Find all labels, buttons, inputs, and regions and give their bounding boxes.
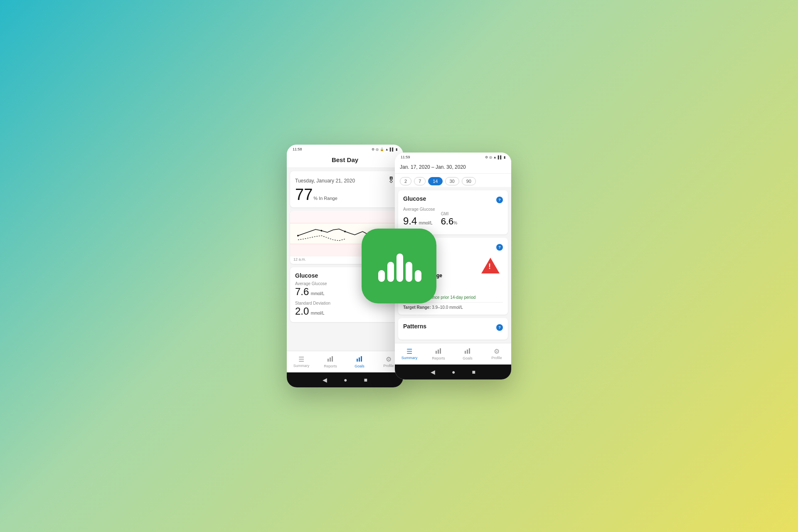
left-bottom-nav: ☰ Summary Reports Goals ⚙ Profile	[287, 351, 403, 372]
period-pills: 2 7 14 30 90	[395, 174, 511, 187]
svg-rect-0	[290, 211, 400, 223]
pill-30[interactable]: 30	[445, 177, 459, 185]
profile-icon-left: ⚙	[386, 356, 392, 363]
right-location-icon: ◎	[489, 155, 492, 159]
glucose-card-right: Glucose ? Average Glucose 9.4 mmol/L GMI…	[398, 190, 508, 234]
avg-unit-right: mmol/L	[419, 221, 433, 225]
chart-time-start: 12 a.m.	[293, 257, 306, 261]
app-icon	[362, 229, 436, 303]
svg-rect-10	[330, 357, 331, 362]
recent-btn-right[interactable]: ■	[472, 369, 475, 375]
profile-icon-right: ⚙	[494, 348, 500, 355]
nav-reports-right[interactable]: Reports	[424, 343, 453, 365]
svg-rect-14	[361, 356, 362, 362]
pill-2[interactable]: 2	[400, 177, 411, 185]
svg-rect-23	[465, 351, 466, 354]
home-btn-left[interactable]: ●	[344, 377, 347, 383]
svg-rect-24	[467, 350, 468, 354]
svg-rect-9	[328, 359, 329, 362]
target-value: 3.9–10.0 mmol/L	[432, 305, 463, 310]
wifi-icon: ▲	[385, 148, 389, 151]
svg-rect-20	[436, 351, 437, 354]
pill-7[interactable]: 7	[414, 177, 426, 185]
svg-rect-25	[469, 348, 470, 354]
date-range-text: Jan. 17, 2020 – Jan. 30, 2020	[400, 164, 466, 170]
nav-reports-label-right: Reports	[432, 356, 445, 360]
list-icon-left: ☰	[298, 356, 304, 363]
nav-summary-left[interactable]: ☰ Summary	[287, 351, 316, 372]
glucose-info-btn[interactable]: ?	[496, 197, 503, 203]
avg-value-right: 9.4	[403, 215, 417, 227]
patterns-card: Patterns ?	[398, 318, 508, 340]
in-range-unit: % In Range	[313, 196, 337, 201]
pill-14[interactable]: 14	[428, 177, 442, 185]
list-icon-right: ☰	[406, 348, 412, 355]
left-app-header: Best Day	[287, 153, 403, 168]
left-header-title: Best Day	[332, 156, 358, 163]
warning-triangle-icon	[481, 258, 500, 273]
nav-profile-label-left: Profile	[383, 364, 394, 368]
battery-icon: ▮	[396, 148, 397, 151]
svg-rect-22	[440, 348, 441, 354]
nav-reports-left[interactable]: Reports	[316, 351, 345, 372]
nav-reports-label-left: Reports	[324, 364, 337, 368]
in-range-value: 77	[295, 186, 313, 203]
patterns-title: Patterns	[403, 323, 426, 330]
date-score-card: Tuesday, January 21, 2020 🎖 77% In Range	[290, 171, 400, 207]
nav-goals-right[interactable]: Goals	[453, 343, 482, 365]
left-android-nav: ◀ ● ■	[287, 372, 403, 387]
svg-rect-17	[397, 254, 403, 282]
nav-profile-right[interactable]: ⚙ Profile	[482, 343, 511, 365]
left-status-icons: ⚙ ◎ 🔒 ▲ ▌▌ ▮	[372, 148, 397, 151]
app-icon-wrapper	[362, 229, 436, 303]
recent-btn-left[interactable]: ■	[364, 377, 367, 383]
avg-glucose-unit-left: mmol/L	[311, 291, 325, 296]
right-wifi-icon: ▲	[493, 155, 497, 159]
home-btn-right[interactable]: ●	[452, 369, 455, 375]
right-status-bar: 11:59 ⚙ ◎ ▲ ▌▌ ▮	[395, 153, 511, 161]
right-time: 11:59	[401, 155, 410, 159]
left-time: 11:58	[293, 147, 302, 151]
nav-goals-label-left: Goals	[355, 364, 365, 368]
warning-area	[478, 254, 503, 278]
date-range-bar: Jan. 17, 2020 – Jan. 30, 2020	[395, 161, 511, 174]
nav-goals-left[interactable]: Goals	[345, 351, 374, 372]
right-signal-icon: ▌▌	[498, 155, 502, 159]
back-btn-left[interactable]: ◀	[323, 377, 327, 383]
patterns-info-btn[interactable]: ?	[496, 324, 503, 331]
svg-rect-15	[378, 270, 385, 282]
app-icon-graphic	[376, 247, 422, 285]
left-status-bar: 11:58 ⚙ ◎ 🔒 ▲ ▌▌ ▮	[287, 145, 403, 153]
svg-rect-16	[387, 262, 394, 282]
nav-summary-right[interactable]: ☰ Summary	[395, 343, 424, 365]
nav-summary-label-right: Summary	[401, 356, 418, 360]
gmi-unit: %	[453, 221, 457, 225]
gmi-value: 6.6	[441, 216, 454, 227]
lock-icon: 🔒	[380, 148, 384, 151]
avg-label-right: Average Glucose	[403, 207, 503, 212]
svg-rect-12	[357, 359, 358, 362]
pill-90[interactable]: 90	[462, 177, 476, 185]
svg-rect-18	[406, 262, 412, 282]
nav-profile-label-right: Profile	[491, 356, 502, 360]
svg-rect-11	[332, 356, 333, 362]
right-gear-icon: ⚙	[485, 155, 488, 159]
svg-rect-13	[359, 357, 360, 362]
location-icon: ◎	[376, 148, 379, 151]
glucose-title-right: Glucose	[403, 195, 426, 202]
gear-icon: ⚙	[372, 148, 374, 151]
main-scene: 11:58 ⚙ ◎ 🔒 ▲ ▌▌ ▮ Best Day Tuesday, Jan…	[287, 145, 511, 387]
svg-point-6	[321, 230, 323, 232]
right-android-nav: ◀ ● ■	[395, 365, 511, 379]
svg-point-5	[297, 235, 299, 236]
nav-summary-label-left: Summary	[293, 364, 310, 368]
svg-rect-21	[438, 350, 439, 354]
reports-icon-right	[435, 347, 442, 355]
svg-point-7	[344, 231, 346, 232]
goals-icon-right	[464, 347, 471, 355]
range-info-btn[interactable]: ?	[496, 244, 503, 251]
back-btn-right[interactable]: ◀	[431, 369, 435, 375]
right-bottom-nav: ☰ Summary Reports Goals ⚙ Profile	[395, 343, 511, 365]
date-text: Tuesday, January 21, 2020	[295, 178, 355, 184]
nav-goals-label-right: Goals	[463, 356, 473, 360]
